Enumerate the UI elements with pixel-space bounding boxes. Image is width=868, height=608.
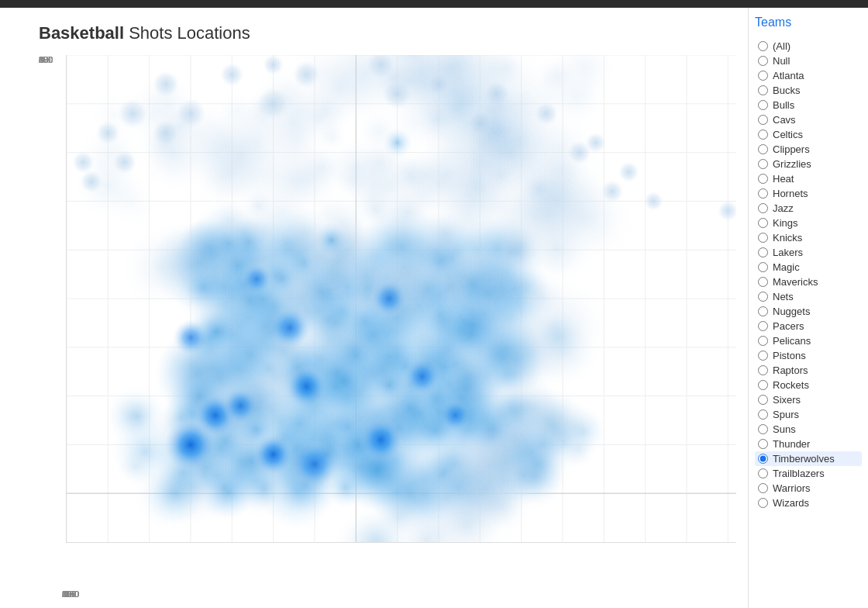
team-radio-suns[interactable]	[758, 424, 768, 434]
team-radio-kings[interactable]	[758, 218, 768, 228]
team-label-nuggets: Nuggets	[773, 306, 810, 317]
title-suffix: Shots Locations	[124, 23, 250, 43]
team-item-cavs[interactable]: Cavs	[755, 112, 862, 127]
team-radio-raptors[interactable]	[758, 365, 768, 375]
team-label-grizzlies: Grizzlies	[773, 158, 811, 170]
team-radio-thunder[interactable]	[758, 439, 768, 449]
team-item-mavericks[interactable]: Mavericks	[755, 275, 862, 289]
x-label-450: 450	[62, 589, 76, 599]
team-item-bulls[interactable]: Bulls	[755, 98, 862, 112]
team-radio-hornets[interactable]	[758, 188, 768, 199]
team-label-null: Null	[773, 55, 790, 67]
team-label-bucks: Bucks	[773, 85, 800, 96]
team-label-celtics: Celtics	[773, 129, 803, 140]
team-label-trailblazers: Trailblazers	[773, 468, 825, 479]
team-radio-grizzlies[interactable]	[758, 159, 768, 169]
team-item-thunder[interactable]: Thunder	[755, 437, 862, 451]
team-item-atlanta[interactable]: Atlanta	[755, 68, 862, 83]
team-radio-clippers[interactable]	[758, 144, 768, 154]
team-label-pelicans: Pelicans	[773, 335, 811, 347]
team-label-timberwolves: Timberwolves	[773, 453, 835, 465]
team-item-timberwolves[interactable]: Timberwolves	[755, 451, 862, 466]
team-radio-lakers[interactable]	[758, 247, 768, 257]
team-radio-warriors[interactable]	[758, 483, 768, 493]
team-radio-sixers[interactable]	[758, 395, 768, 405]
team-item-hornets[interactable]: Hornets	[755, 186, 862, 201]
team-item-pistons[interactable]: Pistons	[755, 348, 862, 363]
team-item-grizzlies[interactable]: Grizzlies	[755, 157, 862, 171]
team-item-nets[interactable]: Nets	[755, 289, 862, 304]
team-item-clippers[interactable]: Clippers	[755, 142, 862, 157]
team-item-lakers[interactable]: Lakers	[755, 245, 862, 260]
team-radio-pelicans[interactable]	[758, 336, 768, 346]
team-radio-bucks[interactable]	[758, 85, 768, 95]
team-item-celtics[interactable]: Celtics	[755, 127, 862, 142]
team-item-pelicans[interactable]: Pelicans	[755, 333, 862, 348]
chart-area: Basketball Shots Locations 450 400 350 3…	[0, 8, 748, 608]
team-item-nuggets[interactable]: Nuggets	[755, 304, 862, 319]
team-radio-null[interactable]	[758, 56, 768, 66]
team-item-heat[interactable]: Heat	[755, 171, 862, 186]
team-item-wizards[interactable]: Wizards	[755, 496, 862, 510]
title-bold: Basketball	[39, 23, 124, 43]
team-item-raptors[interactable]: Raptors	[755, 363, 862, 378]
team-radio-jazz[interactable]	[758, 203, 768, 213]
team-label-suns: Suns	[773, 423, 796, 435]
team-label-pistons: Pistons	[773, 350, 806, 361]
team-label-mavericks: Mavericks	[773, 276, 818, 288]
team-label-lakers: Lakers	[773, 247, 803, 258]
team-radio-nets[interactable]	[758, 292, 768, 302]
team-label-pacers: Pacers	[773, 320, 804, 332]
team-label-atlanta: Atlanta	[773, 70, 804, 81]
team-radio-nuggets[interactable]	[758, 306, 768, 316]
team-item-rockets[interactable]: Rockets	[755, 378, 862, 392]
team-radio-spurs[interactable]	[758, 409, 768, 420]
team-radio-magic[interactable]	[758, 262, 768, 272]
team-item-sixers[interactable]: Sixers	[755, 392, 862, 407]
team-item-spurs[interactable]: Spurs	[755, 407, 862, 422]
y-label-neg50: -50	[39, 55, 51, 64]
team-item-knicks[interactable]: Knicks	[755, 230, 862, 245]
team-label-hornets: Hornets	[773, 188, 808, 199]
team-item-trailblazers[interactable]: Trailblazers	[755, 466, 862, 481]
team-item-pacers[interactable]: Pacers	[755, 319, 862, 333]
team-item-kings[interactable]: Kings	[755, 216, 862, 230]
team-item-bucks[interactable]: Bucks	[755, 83, 862, 98]
team-radio-cavs[interactable]	[758, 115, 768, 125]
team-radio-(all)[interactable]	[758, 41, 768, 51]
team-radio-heat[interactable]	[758, 174, 768, 184]
team-radio-pistons[interactable]	[758, 351, 768, 361]
team-label-spurs: Spurs	[773, 409, 799, 420]
team-item-null[interactable]: Null	[755, 54, 862, 68]
team-item-warriors[interactable]: Warriors	[755, 481, 862, 496]
sidebar: Teams (All)NullAtlantaBucksBullsCavsCelt…	[748, 8, 868, 608]
team-radio-mavericks[interactable]	[758, 277, 768, 287]
top-bar	[0, 0, 868, 8]
team-radio-timberwolves[interactable]	[758, 454, 768, 464]
main-content: Basketball Shots Locations 450 400 350 3…	[0, 8, 868, 608]
team-item--all-[interactable]: (All)	[755, 39, 862, 54]
team-radio-knicks[interactable]	[758, 233, 768, 243]
team-radio-celtics[interactable]	[758, 130, 768, 140]
team-label-thunder: Thunder	[773, 438, 810, 450]
team-label-raptors: Raptors	[773, 364, 808, 376]
team-radio-trailblazers[interactable]	[758, 468, 768, 478]
team-item-suns[interactable]: Suns	[755, 422, 862, 437]
sidebar-title: Teams	[755, 16, 862, 33]
team-label-knicks: Knicks	[773, 232, 802, 244]
team-radio-rockets[interactable]	[758, 380, 768, 390]
team-label-heat: Heat	[773, 173, 794, 185]
team-label-bulls: Bulls	[773, 99, 794, 111]
team-label-nets: Nets	[773, 291, 794, 302]
chart-container: 450 400 350 300 250 200 150 100 50 0 -50…	[39, 51, 740, 566]
team-item-jazz[interactable]: Jazz	[755, 201, 862, 216]
team-radio-pacers[interactable]	[758, 321, 768, 331]
team-label-jazz: Jazz	[773, 202, 794, 214]
team-radio-atlanta[interactable]	[758, 71, 768, 81]
team-label-sixers: Sixers	[773, 394, 801, 406]
team-radio-bulls[interactable]	[758, 100, 768, 110]
team-radio-wizards[interactable]	[758, 498, 768, 508]
team-label-warriors: Warriors	[773, 482, 811, 494]
team-item-magic[interactable]: Magic	[755, 260, 862, 275]
heatmap-canvas	[67, 55, 736, 542]
